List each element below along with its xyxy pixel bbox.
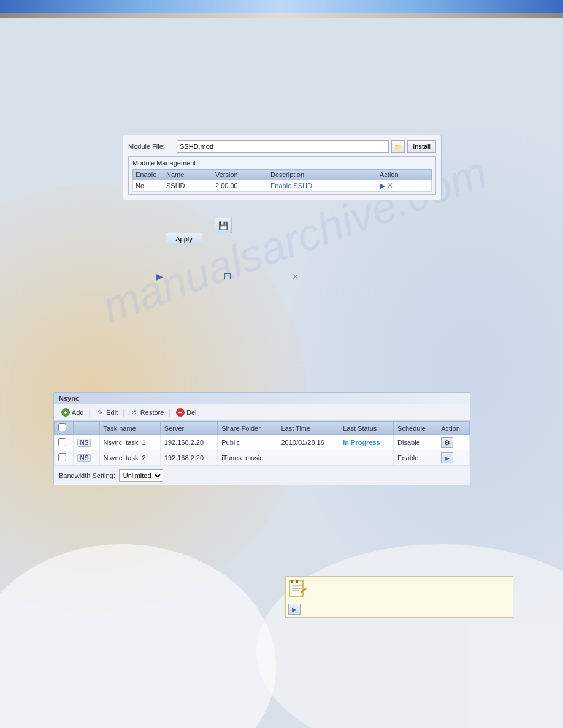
nsync-panel: Nsync + Add | ✎ Edit | ↺ Restore | − Del… [53, 392, 470, 485]
apply-button[interactable]: Apply [166, 233, 202, 245]
nsync-table-head: Task name Server Share Folder Last Time … [55, 422, 470, 435]
separator-2: | [121, 408, 126, 417]
row1-checkbox[interactable] [58, 438, 66, 446]
row2-play-button[interactable]: ▶ [441, 452, 453, 463]
nsync-table-body: NS Nsync_task_1 192.168.2.20 Public 2010… [55, 435, 470, 466]
restore-label: Restore [140, 409, 164, 416]
module-action-icons: ▶ ✕ [380, 181, 429, 190]
restore-icon: ↺ [130, 408, 139, 417]
module-management-box: Module Management Enable Name Version De… [128, 156, 436, 195]
row-square-icon [224, 273, 231, 279]
row-x-icon[interactable]: ✕ [292, 272, 299, 281]
separator-3: | [167, 408, 172, 417]
module-management-title: Module Management [132, 159, 196, 167]
row1-taskname: Nsync_task_1 [99, 435, 160, 450]
row1-action: ⚙ [437, 435, 470, 450]
row2-schedule: Enable [394, 450, 437, 466]
module-version-value: 2.00.00 [215, 182, 270, 189]
background-wrapper [0, 0, 563, 728]
bg-white-curve2 [256, 544, 563, 728]
save-area: 💾 [215, 218, 232, 233]
bandwidth-row: Bandwidth Setting: Unlimited 128 KB/s 25… [54, 466, 470, 485]
row1-sharefolder: Public [218, 435, 277, 450]
row1-server: 192.168.2.20 [160, 435, 217, 450]
second-bar [0, 13, 563, 18]
svg-rect-2 [296, 580, 298, 583]
th-sharefolder: Share Folder [218, 422, 277, 435]
note-panel: ▶ [285, 576, 513, 618]
row2-laststatus [339, 450, 394, 466]
row1-schedule: Disable [394, 435, 437, 450]
nsync-toolbar: + Add | ✎ Edit | ↺ Restore | − Del [54, 404, 470, 421]
th-badge [74, 422, 99, 435]
module-file-input[interactable] [177, 140, 389, 153]
edit-label: Edit [106, 409, 118, 416]
th-lasttime: Last Time [277, 422, 339, 435]
add-label: Add [72, 409, 84, 416]
nsync-title-bar: Nsync [54, 393, 470, 404]
row1-checkbox-cell [55, 435, 74, 450]
th-laststatus: Last Status [339, 422, 394, 435]
module-del-icon[interactable]: ✕ [387, 181, 393, 190]
nsync-title: Nsync [59, 395, 79, 402]
row2-checkbox-cell [55, 450, 74, 466]
row2-sharefolder: iTunes_music [218, 450, 277, 466]
th-schedule: Schedule [394, 422, 437, 435]
save-icon: 💾 [218, 221, 229, 230]
nsync-table: Task name Server Share Folder Last Time … [54, 421, 470, 466]
play-icon: ▶ [445, 455, 450, 461]
note-play-button[interactable]: ▶ [288, 604, 301, 615]
module-enable-value: No [136, 182, 166, 189]
module-description-value: Enable SSHD [270, 182, 380, 189]
th-taskname: Task name [99, 422, 160, 435]
row1-lasttime: 2010/01/28 16 [277, 435, 339, 450]
bg-white-curve [0, 544, 276, 728]
row2-lasttime [277, 450, 339, 466]
row2-taskname: Nsync_task_2 [99, 450, 160, 466]
del-button[interactable]: − Del [174, 408, 199, 417]
select-all-checkbox[interactable] [58, 423, 66, 431]
edit-button[interactable]: ✎ Edit [93, 408, 120, 417]
save-button[interactable]: 💾 [215, 218, 232, 233]
module-table-row: No SSHD 2.00.00 Enable SSHD ▶ ✕ [132, 180, 432, 192]
module-name-value: SSHD [166, 182, 215, 189]
install-button[interactable]: Install [407, 140, 436, 153]
bandwidth-label: Bandwidth Setting: [59, 472, 115, 479]
row2-checkbox[interactable] [58, 453, 66, 461]
row-play-icon[interactable]: ▶ [156, 271, 163, 281]
icons-row: ▶ ✕ [156, 271, 299, 281]
row1-badge: NS [77, 439, 91, 447]
del-label: Del [186, 409, 197, 416]
row1-status-badge: In Progress [343, 439, 380, 446]
row2-action: ▶ [437, 450, 470, 466]
add-icon: + [61, 408, 70, 417]
note-icon-svg [288, 579, 308, 599]
row1-gear-button[interactable]: ⚙ [441, 437, 453, 448]
note-icon [288, 579, 308, 599]
module-file-label: Module File: [128, 143, 174, 150]
apply-label: Apply [175, 235, 193, 243]
folder-icon: 📁 [394, 143, 402, 150]
row2-badge: NS [77, 454, 91, 462]
col-description: Description [270, 171, 380, 178]
row2-badge-cell: NS [74, 450, 99, 466]
row1-laststatus: In Progress [339, 435, 394, 450]
th-server: Server [160, 422, 217, 435]
bandwidth-select[interactable]: Unlimited 128 KB/s 256 KB/s 512 KB/s 1 M… [119, 469, 163, 482]
module-browse-button[interactable]: 📁 [391, 140, 405, 153]
add-button[interactable]: + Add [59, 408, 86, 417]
row1-badge-cell: NS [74, 435, 99, 450]
module-play-icon[interactable]: ▶ [380, 181, 385, 190]
col-action: Action [380, 171, 429, 178]
enable-sshd-link[interactable]: Enable SSHD [270, 182, 312, 189]
module-panel: Module File: 📁 Install Module Management… [123, 135, 442, 200]
col-version: Version [215, 171, 270, 178]
col-name: Name [166, 171, 215, 178]
note-play-icon: ▶ [292, 606, 297, 613]
del-icon: − [176, 408, 185, 417]
th-checkbox [55, 422, 74, 435]
restore-button[interactable]: ↺ Restore [128, 408, 167, 417]
gear-icon: ⚙ [444, 439, 450, 447]
col-enable: Enable [136, 171, 166, 178]
module-table-header: Enable Name Version Description Action [132, 169, 432, 180]
